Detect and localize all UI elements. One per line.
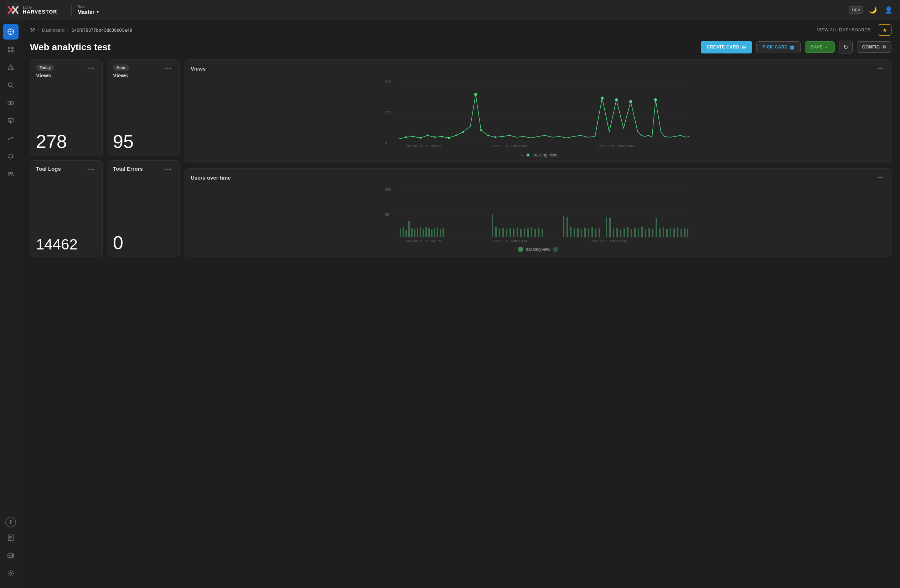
env-value[interactable]: Master ▼ — [77, 9, 99, 15]
svg-rect-101 — [563, 216, 564, 237]
svg-rect-0 — [6, 3, 19, 17]
content-area: ⚒ / Dashboard / 646f978377bb40d036b00a49… — [22, 20, 900, 588]
svg-point-6 — [10, 31, 11, 33]
svg-text:340: 340 — [385, 187, 391, 191]
sidebar-item-search[interactable] — [3, 78, 19, 93]
svg-rect-88 — [499, 228, 500, 237]
chart-more-button-users[interactable]: ••• — [875, 174, 885, 182]
svg-rect-94 — [520, 229, 521, 237]
sidebar-item-import[interactable] — [3, 113, 19, 129]
svg-point-51 — [427, 135, 428, 137]
svg-rect-104 — [574, 228, 575, 237]
stat-more-button-4[interactable]: ••• — [162, 166, 174, 174]
settings-icon — [8, 570, 14, 577]
svg-rect-123 — [645, 229, 646, 237]
favorite-button[interactable]: ★ — [878, 24, 891, 36]
svg-text:2023.05.18 - 6:00:00 PM: 2023.05.18 - 6:00:00 PM — [492, 144, 527, 148]
stat-cards-grid: Today Views ••• 278 Hour Views ••• — [30, 59, 180, 257]
svg-rect-72 — [405, 230, 407, 237]
chart-line-icon — [8, 135, 14, 142]
svg-rect-100 — [542, 229, 543, 237]
sidebar-item-users[interactable] — [3, 166, 19, 182]
create-card-label: CREATE CARD — [706, 45, 739, 50]
chart-legend-users: tracking.view — [191, 247, 885, 252]
svg-text:85: 85 — [385, 213, 389, 217]
svg-rect-128 — [663, 227, 664, 237]
legend-label-views: tracking.view — [532, 152, 557, 158]
save-label: SAVE — [811, 45, 823, 50]
svg-rect-112 — [606, 217, 607, 237]
breadcrumb-home-icon: ⚒ — [30, 27, 35, 34]
svg-rect-105 — [577, 228, 579, 237]
svg-rect-96 — [527, 228, 529, 237]
sidebar-item-reports[interactable] — [3, 530, 19, 546]
view-all-dashboards-button[interactable]: VIEW ALL DASHBOARDS — [817, 28, 871, 33]
sidebar-item-analytics[interactable] — [3, 131, 19, 146]
page-header: Web analytics test CREATE CARD ⊕ PICK CA… — [22, 36, 900, 59]
svg-rect-13 — [8, 50, 10, 53]
svg-point-33 — [9, 572, 11, 574]
svg-line-18 — [11, 86, 13, 88]
svg-rect-81 — [431, 230, 433, 237]
refresh-button[interactable]: ↻ — [839, 40, 853, 53]
chart-title-users: Users over time — [191, 175, 231, 181]
sidebar-item-settings[interactable] — [3, 566, 19, 581]
save-button[interactable]: SAVE ✓ — [805, 41, 835, 53]
sidebar-item-grid[interactable] — [3, 42, 19, 57]
config-button[interactable]: CONFIG ⚙ — [857, 41, 891, 53]
env-selector[interactable]: Dev Master ▼ — [71, 5, 99, 15]
stat-card-total-logs: Toal Logs ••• 14462 — [30, 160, 102, 257]
svg-point-52 — [434, 137, 436, 138]
chart-legend-views: → tracking.view — [191, 152, 885, 158]
svg-rect-99 — [538, 228, 539, 237]
sidebar-item-help[interactable]: ? — [5, 517, 16, 527]
views-chart-svg: 340 170 0 2023.05.09 - 3:00:00 AM 2023.0… — [191, 77, 885, 148]
svg-rect-76 — [417, 228, 418, 237]
stat-more-button-1[interactable]: ••• — [85, 65, 96, 72]
grid-small-icon: ▦ — [790, 45, 794, 50]
svg-rect-11 — [8, 47, 10, 49]
stat-value-hour-views: 95 — [113, 127, 174, 151]
chart-card-users: Users over time ••• 340 85 — [185, 168, 891, 257]
create-card-button[interactable]: CREATE CARD ⊕ — [701, 41, 752, 53]
stat-title-total-errors: Total Errors — [113, 166, 143, 172]
sidebar-item-alerts[interactable] — [3, 59, 19, 75]
users-chart-svg: 340 85 2023.05.08 - 5:00:00 PM 2023.05.1… — [191, 186, 885, 243]
svg-point-45 — [615, 98, 618, 101]
svg-rect-77 — [420, 227, 421, 237]
stat-more-button-3[interactable]: ••• — [85, 166, 96, 174]
main-layout: ? — [0, 20, 900, 588]
svg-point-56 — [462, 131, 464, 133]
bell-icon — [8, 153, 14, 160]
sidebar-item-observe[interactable] — [3, 95, 19, 111]
svg-text:2023.07.31 - 4:00:00 PM: 2023.07.31 - 4:00:00 PM — [599, 144, 634, 148]
svg-point-54 — [448, 137, 450, 139]
svg-rect-106 — [581, 229, 582, 237]
pick-card-button[interactable]: PICK CARD ▦ — [756, 41, 801, 53]
svg-rect-121 — [638, 228, 639, 237]
sidebar-item-notifications[interactable] — [3, 149, 19, 164]
svg-point-53 — [441, 136, 443, 138]
chart-more-button-views[interactable]: ••• — [875, 65, 885, 72]
sidebar-item-storage[interactable] — [3, 548, 19, 563]
stat-title-hour-views: Views — [113, 72, 129, 78]
svg-rect-71 — [403, 227, 404, 237]
breadcrumb: ⚒ / Dashboard / 646f978377bb40d036b00a49… — [22, 20, 900, 36]
svg-point-46 — [629, 100, 632, 103]
svg-rect-133 — [681, 229, 682, 237]
users-icon — [8, 171, 14, 177]
svg-rect-86 — [492, 214, 493, 237]
breadcrumb-dashboard-link[interactable]: Dashboard — [42, 28, 65, 33]
theme-toggle-button[interactable]: 🌙 — [867, 4, 878, 16]
check-icon: ✓ — [825, 45, 829, 50]
chart-cards-col: Views ••• 340 170 0 — [185, 59, 891, 257]
logo-area: LOG HARVESTOR — [6, 3, 63, 17]
chart-card-views: Views ••• 340 170 0 — [185, 59, 891, 163]
report-icon — [8, 535, 14, 541]
svg-rect-85 — [442, 228, 444, 237]
svg-point-20 — [9, 102, 11, 104]
user-profile-button[interactable]: 👤 — [883, 4, 894, 16]
stat-more-button-2[interactable]: ••• — [162, 65, 174, 72]
stat-value-today-views: 278 — [36, 127, 96, 151]
sidebar-item-dashboard[interactable] — [3, 24, 19, 40]
